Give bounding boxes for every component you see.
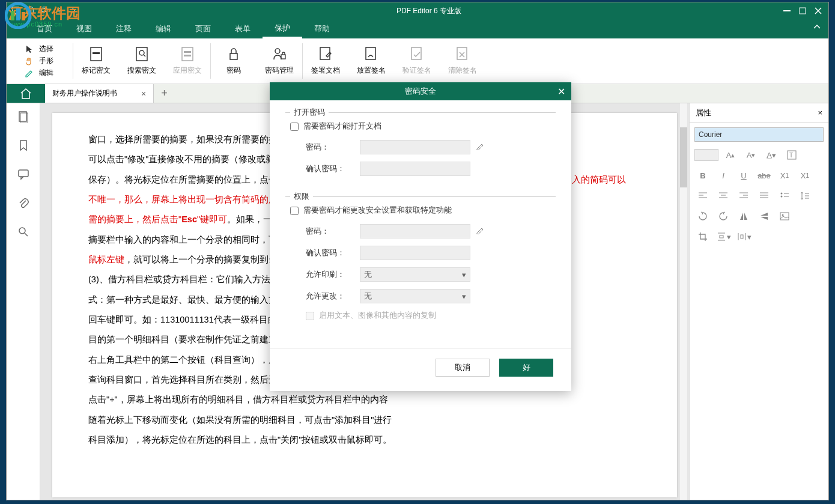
close-button[interactable] [812,6,825,16]
enable-copy-checkbox [306,312,314,320]
svg-rect-22 [411,47,421,59]
verify-sig-button[interactable]: 验证签名 [394,38,440,83]
allow-print-select[interactable]: 无▾ [360,267,470,282]
maximize-button[interactable] [796,6,809,16]
menu-help[interactable]: 帮助 [302,19,342,38]
quick-undo-icon[interactable] [55,6,63,16]
underline-a-icon[interactable]: A▾ [763,148,780,162]
superscript-icon[interactable]: X1 [776,168,793,183]
search-redact-button[interactable]: 搜索密文 [119,38,165,83]
svg-rect-1 [11,11,14,20]
minimize-button[interactable] [780,6,794,16]
rotate-right-icon[interactable] [715,209,732,223]
strikethrough-icon[interactable]: abe [756,168,773,183]
distribute-v-icon[interactable]: ▾ [715,229,732,244]
svg-rect-3 [22,12,25,20]
clear-sig-button[interactable]: 清除签名 [440,38,485,83]
permission-legend: 权限 [290,192,313,202]
open-confirm-input[interactable] [360,162,470,176]
open-password-legend: 打开密码 [290,108,329,118]
align-right-icon[interactable] [735,189,752,203]
svg-rect-15 [184,51,191,53]
password-button[interactable]: 密码 [211,38,257,83]
allow-change-select[interactable]: 无▾ [360,289,470,303]
svg-rect-11 [136,47,147,61]
bullet-list-icon[interactable] [776,189,793,203]
crop-icon[interactable] [694,229,711,244]
password-mgmt-button[interactable]: 密码管理 [257,38,302,83]
place-sig-button[interactable]: 放置签名 [348,38,394,83]
flip-h-icon[interactable] [735,209,752,223]
attachments-icon[interactable] [17,197,29,211]
tool-select[interactable]: 选择 [25,44,73,54]
text-box-icon[interactable]: T [783,148,800,162]
thumbnails-icon[interactable] [17,111,29,125]
tool-hand[interactable]: 手形 [25,56,73,66]
underline-icon[interactable]: U [735,168,752,183]
mark-redact-button[interactable]: 标记密文 [73,38,119,83]
svg-text:T: T [789,152,793,159]
panel-close-icon[interactable]: × [818,108,822,117]
italic-icon[interactable]: I [715,168,732,183]
ok-button[interactable]: 好 [499,359,553,377]
svg-point-18 [275,49,280,53]
dialog-title-bar[interactable]: 密码安全 ✕ [270,82,571,100]
document-tab[interactable]: 财务用户操作说明书 × [45,84,154,103]
align-left-icon[interactable] [694,189,711,203]
font-increase-icon[interactable]: A▴ [722,148,739,162]
svg-rect-52 [780,213,789,220]
tool-edit[interactable]: 编辑 [25,68,73,78]
font-select[interactable]: Courier [694,127,824,142]
bookmarks-icon[interactable] [17,139,29,154]
vertical-scrollbar[interactable] [680,103,687,500]
menu-view[interactable]: 视图 [64,19,104,38]
title-bar: PDF Editor 6 专业版 [7,2,828,19]
edit-icon[interactable] [476,227,486,236]
open-password-input[interactable] [360,140,470,154]
distribute-h-icon[interactable]: ▾ [735,229,752,244]
enable-copy-label: 启用文本、图像和其他内容的复制 [319,311,436,321]
add-tab-button[interactable]: + [154,87,175,100]
sign-doc-button[interactable]: 签署文档 [303,38,348,83]
menu-annotate[interactable]: 注释 [104,19,144,38]
color-swatch[interactable] [694,149,718,161]
rotate-left-icon[interactable] [694,209,711,223]
subscript-icon[interactable]: X1 [797,168,813,183]
svg-rect-23 [457,47,467,59]
perm-password-input[interactable] [360,224,470,238]
svg-rect-28 [19,170,28,177]
image-icon[interactable] [776,209,793,223]
perm-confirm-input[interactable] [360,246,470,260]
svg-rect-2 [16,8,20,20]
cancel-button[interactable]: 取消 [436,359,490,377]
svg-line-30 [25,233,28,236]
password-security-dialog: 密码安全 ✕ 打开密码 需要密码才能打开文档 密码： 确认密码： 权限 需要密码… [270,82,571,391]
line-spacing-icon[interactable] [797,189,813,203]
quick-redo-icon[interactable] [69,6,77,16]
font-decrease-icon[interactable]: A▾ [742,148,759,162]
svg-rect-6 [43,7,46,8]
align-justify-icon[interactable] [756,189,773,203]
menu-edit[interactable]: 编辑 [144,19,183,38]
apply-redact-button[interactable]: 应用密文 [165,38,210,83]
menu-page[interactable]: 页面 [183,19,223,38]
properties-panel: 属性 × Courier A▴ A▾ A▾ T B I U abe X1 [689,103,828,500]
menu-protect[interactable]: 保护 [263,19,302,38]
home-tab[interactable] [7,84,45,103]
ribbon: 选择 手形 编辑 标记密文 搜索密文 应用密文 密码 密码管理 签署文档 放置签… [7,38,828,84]
menu-form[interactable]: 表单 [223,19,263,38]
require-perm-password-checkbox[interactable] [290,207,299,215]
require-open-password-checkbox[interactable] [290,123,299,131]
search-icon[interactable] [17,226,29,240]
quick-print-icon[interactable] [40,6,49,16]
svg-rect-14 [182,47,193,61]
align-center-icon[interactable] [715,189,732,203]
tab-close-icon[interactable]: × [141,89,146,99]
flip-v-icon[interactable] [756,209,773,223]
dialog-close-icon[interactable]: ✕ [557,86,565,97]
comments-icon[interactable] [17,168,29,183]
watermark-logo [5,2,31,31]
edit-icon[interactable] [476,143,486,152]
ribbon-collapse-icon[interactable] [813,23,821,33]
bold-icon[interactable]: B [694,168,711,183]
